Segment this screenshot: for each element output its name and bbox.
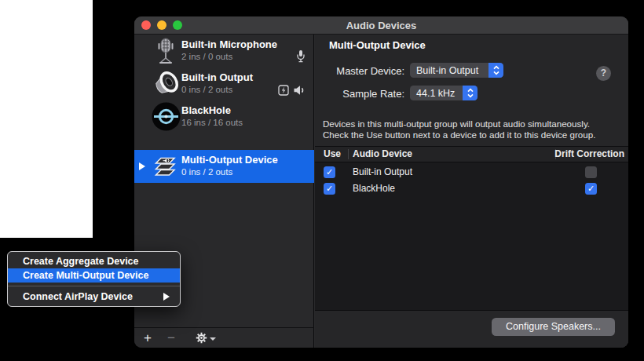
sidebar-toolbar: + − <box>134 327 314 348</box>
titlebar: Audio Devices <box>134 16 628 35</box>
table-device-name: BlackHole <box>353 180 395 197</box>
column-divider <box>348 149 349 159</box>
default-input-mic-icon <box>296 49 306 63</box>
menu-item-create-aggregate-device[interactable]: Create Aggregate Device <box>8 254 180 268</box>
default-output-icon <box>293 85 306 96</box>
column-use[interactable]: Use <box>324 147 341 162</box>
sidebar-item-built-in-microphone[interactable]: Built-in Microphone 2 ins / 0 outs <box>134 35 314 67</box>
column-audio-device[interactable]: Audio Device <box>353 147 412 162</box>
use-checkbox[interactable]: ✓ <box>324 166 335 178</box>
microphone-icon <box>151 36 181 66</box>
table-device-name: Built-in Output <box>353 164 412 180</box>
pane-footer: Configure Speakers... <box>315 310 628 348</box>
remove-device-button[interactable]: − <box>161 328 181 348</box>
table-row: ✓ BlackHole ✓ <box>315 180 628 197</box>
device-name: Built-in Microphone <box>181 38 277 51</box>
master-device-select[interactable]: Built-in Output <box>410 63 503 78</box>
sidebar-item-blackhole[interactable]: BlackHole 16 ins / 16 outs <box>134 100 314 132</box>
context-menu: Create Aggregate Device Create Multi-Out… <box>7 251 181 307</box>
menu-separator <box>8 286 180 286</box>
sidebar-item-multi-output-device[interactable]: Multi-Output Device 0 ins / 2 outs <box>134 150 314 183</box>
device-channels: 2 ins / 0 outs <box>181 51 277 63</box>
gear-menu-button[interactable] <box>196 332 216 344</box>
sidebar-item-built-in-output[interactable]: Built-in Output 0 ins / 2 outs <box>134 67 314 100</box>
configure-speakers-button[interactable]: Configure Speakers... <box>492 318 615 336</box>
menu-item-create-multi-output-device[interactable]: Create Multi-Output Device <box>8 268 180 283</box>
alert-output-icon <box>278 85 289 96</box>
detail-pane: Multi-Output Device ? Master Device: Bui… <box>315 35 628 348</box>
gear-icon <box>196 332 207 344</box>
sample-rate-label: Sample Rate: <box>315 88 404 100</box>
column-drift-correction[interactable]: Drift Correction <box>554 147 624 162</box>
master-device-label: Master Device: <box>315 65 404 77</box>
device-channels: 0 ins / 2 outs <box>181 166 278 178</box>
speaker-icon <box>151 69 181 99</box>
disclosure-triangle-icon[interactable] <box>139 162 145 170</box>
chevron-down-icon <box>210 337 216 341</box>
device-table: ✓ Built-in Output ✓ BlackHole ✓ <box>315 162 628 310</box>
audio-devices-window: Audio Devices Built-in Microphone 2 ins … <box>134 16 628 348</box>
device-channels: 0 ins / 2 outs <box>181 84 253 96</box>
pane-title: Multi-Output Device <box>329 39 426 51</box>
device-name: Multi-Output Device <box>181 153 278 166</box>
use-checkbox[interactable]: ✓ <box>324 183 335 195</box>
popup-chevrons-icon <box>488 63 503 78</box>
device-name: BlackHole <box>181 104 243 117</box>
drift-checkbox[interactable]: ✓ <box>585 183 597 195</box>
add-device-button[interactable]: + <box>134 328 161 348</box>
device-name: Built-in Output <box>181 71 253 84</box>
master-device-value: Built-in Output <box>410 65 488 76</box>
menu-item-connect-airplay-device[interactable]: Connect AirPlay Device <box>8 290 180 304</box>
table-row: ✓ Built-in Output <box>315 164 628 180</box>
table-header: Use Audio Device Drift Correction <box>315 146 628 162</box>
device-channels: 16 ins / 16 outs <box>181 117 243 129</box>
menu-item-label: Connect AirPlay Device <box>23 291 133 302</box>
drift-checkbox[interactable] <box>585 166 597 178</box>
description-text: Devices in this multi-output group will … <box>323 119 624 140</box>
popup-chevrons-icon <box>463 86 478 100</box>
sample-rate-value: 44.1 kHz <box>410 88 463 99</box>
multi-output-icon <box>151 151 181 181</box>
help-button[interactable]: ? <box>596 66 611 81</box>
blackhole-icon <box>151 101 181 131</box>
window-title: Audio Devices <box>134 20 628 31</box>
white-backdrop <box>0 0 93 238</box>
sample-rate-select[interactable]: 44.1 kHz <box>410 86 478 100</box>
submenu-arrow-icon <box>163 293 170 301</box>
